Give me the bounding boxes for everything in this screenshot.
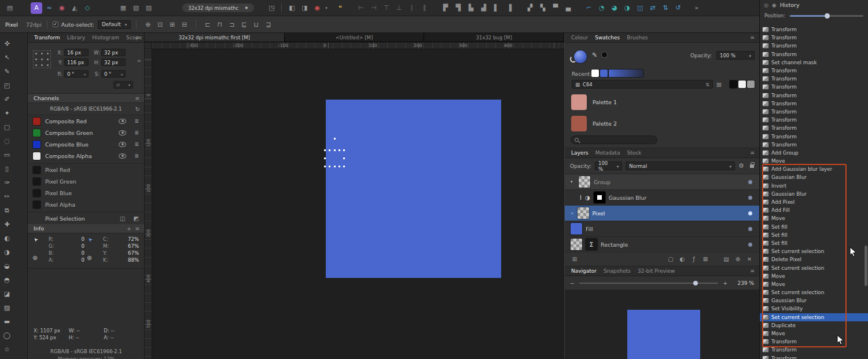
channel-row[interactable]: Composite Blue — [28, 138, 144, 150]
history-item[interactable]: Transform — [760, 116, 868, 124]
layer-row-fill[interactable]: Fill — [565, 221, 759, 237]
row-marquee-tool[interactable]: ▭ — [0, 148, 14, 162]
tab-stock[interactable]: Stock — [627, 150, 641, 156]
pixel-preview-icon[interactable]: ◑ — [621, 2, 633, 14]
history-item[interactable]: Gaussian Blur — [760, 173, 868, 181]
swatch-search-input[interactable] — [571, 135, 657, 144]
navigator-menu-icon[interactable] — [750, 268, 755, 274]
history-scrollbar[interactable] — [865, 246, 867, 286]
arrange-up-icon[interactable]: ▜ — [453, 2, 464, 14]
history-cycle-icon[interactable] — [764, 2, 768, 8]
distribute-6-icon[interactable]: ∥ — [419, 2, 431, 14]
layer-visibility-dot[interactable] — [748, 180, 752, 184]
tone-mapping-persona-icon[interactable]: ◭ — [69, 2, 80, 14]
heart-tool[interactable]: ♡ — [0, 356, 14, 359]
tab-transform[interactable]: Transform — [34, 35, 60, 41]
insert-inside-icon[interactable]: ▞ — [524, 2, 536, 14]
gradient-tool[interactable]: ▨ — [0, 301, 14, 314]
distribute-left-icon[interactable]: ⊑ — [238, 19, 249, 30]
history-item[interactable]: Move — [760, 157, 868, 165]
layers-menu-icon[interactable] — [750, 150, 755, 156]
ellipse-tool[interactable]: ◯ — [0, 328, 14, 342]
layer-thumbnail[interactable] — [579, 176, 590, 188]
layer-thumbnail[interactable] — [571, 239, 582, 250]
zoom-out-icon[interactable] — [570, 280, 575, 286]
channel-settings-icon[interactable] — [134, 141, 139, 147]
history-item[interactable]: Move — [760, 214, 868, 222]
document-tab[interactable]: 31x32 bug [M] — [424, 33, 564, 42]
swatch-grid-view-icon[interactable] — [716, 81, 722, 89]
channel-row[interactable]: Pixel Green — [28, 175, 144, 187]
history-item[interactable]: Transform — [760, 354, 868, 359]
channel-row[interactable]: Pixel Blue — [28, 187, 144, 199]
snapshot-icon[interactable]: ◳ — [266, 2, 277, 14]
history-item[interactable]: Add Pixel — [760, 198, 868, 206]
history-item[interactable]: Set Visibility — [760, 305, 868, 313]
palette-swatch[interactable] — [571, 94, 587, 110]
channel-row[interactable]: Composite Green — [28, 127, 144, 138]
live-filter-icon[interactable]: ƒ — [689, 255, 698, 264]
layer-row-group[interactable]: Group — [565, 174, 759, 190]
history-record-icon[interactable] — [772, 2, 777, 8]
adjustment-layer-icon[interactable]: ◐ — [678, 255, 687, 264]
rectangle-tool[interactable]: ▬ — [0, 314, 14, 328]
history-item[interactable]: Set current selection — [760, 263, 868, 272]
star-tool[interactable]: ☆ — [0, 342, 14, 356]
channel-row[interactable]: Composite Red — [28, 115, 144, 127]
assistant-icon[interactable]: ❝ — [334, 2, 346, 14]
arrange-down-icon[interactable]: ▙ — [465, 2, 477, 14]
tab-layers[interactable]: Layers — [571, 150, 589, 156]
split-view-icon[interactable]: ◫ — [634, 2, 646, 14]
sharpen-tool[interactable]: ◑ — [0, 245, 14, 259]
selection-options-icon[interactable]: ◩ — [134, 215, 139, 222]
add-layer-icon[interactable]: ⊕ — [733, 255, 742, 264]
history-item[interactable]: Transform — [760, 346, 868, 354]
visibility-eye-icon[interactable] — [119, 142, 126, 147]
visibility-eye-icon[interactable] — [119, 119, 126, 124]
colour-picker-tool[interactable]: ✎ — [0, 64, 14, 78]
flood-select-icon[interactable]: ⌐ — [583, 2, 595, 14]
align-vertical-icon[interactable]: ▐ — [503, 2, 515, 14]
paint-brush-tool[interactable]: ✑ — [0, 175, 14, 189]
channel-row[interactable]: Pixel Red — [28, 164, 144, 175]
snapping-icon[interactable]: ◉ — [311, 2, 323, 14]
layer-thumbnail[interactable] — [571, 223, 582, 235]
column-marquee-tool[interactable]: ▯ — [0, 162, 14, 175]
history-item[interactable]: Set fill — [760, 223, 868, 231]
channel-settings-icon[interactable] — [134, 130, 139, 135]
layer-visibility-dot[interactable] — [748, 243, 752, 247]
rotate-canvas-icon[interactable]: ◨ — [299, 2, 310, 14]
tab-brushes[interactable]: Brushes — [627, 35, 648, 41]
recent-gradient-swatch[interactable] — [609, 69, 643, 77]
history-item[interactable]: Move — [760, 329, 868, 338]
history-item[interactable]: Transform — [760, 100, 868, 108]
align-center-icon[interactable]: ⊓ — [214, 19, 225, 30]
align-right-icon[interactable]: ⊐ — [226, 19, 237, 30]
history-item[interactable]: Transform — [760, 141, 868, 149]
palette-row[interactable]: Palette 1 — [567, 91, 757, 113]
insert-behind-icon[interactable]: ▚ — [537, 2, 549, 14]
flip-horizontal-icon[interactable]: ⇄ — [647, 2, 659, 14]
channel-row[interactable]: Pixel Alpha — [28, 199, 144, 210]
auto-select-dropdown[interactable]: Default — [98, 20, 131, 29]
history-item[interactable]: Add Group — [760, 149, 868, 157]
cycle-selection-box-icon[interactable]: ⊡ — [155, 19, 165, 30]
history-item[interactable]: Set fill — [760, 239, 868, 247]
h-field[interactable]: 32 px — [101, 58, 126, 66]
visibility-eye-icon[interactable] — [119, 130, 126, 135]
move-tool[interactable]: ↖ — [0, 50, 14, 64]
blur-tool[interactable]: ◐ — [0, 231, 14, 245]
y-field[interactable]: 116 px — [64, 58, 89, 66]
layer-visibility-dot[interactable] — [748, 227, 752, 231]
document-tab[interactable]: 32x32 dpi mismathc first [M] — [145, 33, 285, 42]
distribute-right-icon[interactable]: ⊒ — [263, 19, 274, 30]
mask-to-selection-icon[interactable]: ◫ — [120, 215, 125, 222]
history-item[interactable]: Gaussian Blur — [760, 190, 868, 198]
mask-layer-icon[interactable]: ▢ — [666, 255, 675, 264]
history-item[interactable]: Set current selection — [760, 288, 868, 296]
reset-icon[interactable] — [135, 106, 140, 112]
edit-all-layers-icon[interactable]: ⊞ — [167, 19, 178, 30]
channel-row[interactable]: Composite Alpha — [28, 150, 144, 162]
sampler-crosshair-icon[interactable] — [32, 254, 38, 262]
recent-swatch[interactable] — [591, 69, 599, 77]
